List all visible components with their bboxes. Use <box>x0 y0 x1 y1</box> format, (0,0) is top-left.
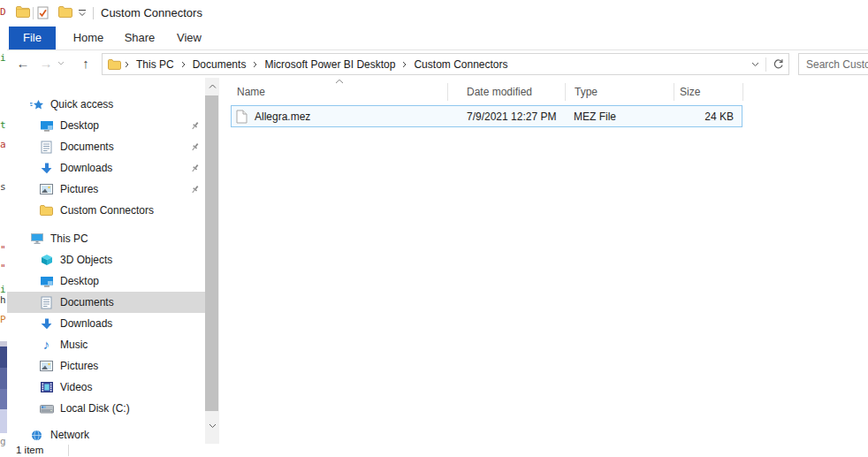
address-bar-divider <box>765 57 766 72</box>
documents-icon <box>39 296 54 309</box>
file-row-allegra-mez[interactable]: Allegra.mez 7/9/2021 12:27 PM MEZ File 2… <box>231 105 742 127</box>
breadcrumb-chevron-icon <box>249 61 261 68</box>
sidebar-item-network[interactable]: Network <box>7 424 205 444</box>
tab-share[interactable]: Share <box>115 27 164 50</box>
scrollbar-up-icon[interactable] <box>205 80 219 94</box>
sidebar-item-label: Pictures <box>60 360 98 372</box>
column-header-row: Name Date modified Type Size <box>230 80 743 101</box>
folder-icon <box>39 205 54 216</box>
background-text-fragment: " <box>0 245 6 255</box>
up-icon[interactable]: ↑ <box>76 54 95 73</box>
pin-icon <box>190 121 200 131</box>
file-size-cell: 24 KB <box>674 110 742 123</box>
ribbon-tab-bar: File Home Share View <box>7 27 868 50</box>
qat-customize-dropdown-icon[interactable] <box>78 9 87 18</box>
sidebar-item-label: Videos <box>60 381 92 393</box>
sidebar-section-gap <box>7 221 205 228</box>
status-bar: 1 item <box>7 444 868 457</box>
background-text-fragment: D <box>0 7 6 17</box>
breadcrumb-item-documents[interactable]: Documents <box>189 58 250 71</box>
navigation-bar: ← → ↑ This PC Documents Microsoft Power … <box>7 50 868 78</box>
sidebar-item-label: Quick access <box>50 98 113 110</box>
pin-icon <box>190 164 200 173</box>
address-bar-controls <box>747 54 788 74</box>
qat-properties-button[interactable] <box>37 6 49 19</box>
titlebar-separator <box>33 7 34 19</box>
desktop-icon <box>39 276 54 287</box>
column-header-date-modified[interactable]: Date modified <box>448 83 566 101</box>
pin-icon <box>190 185 200 194</box>
search-input[interactable]: Search Custom Connectors <box>798 53 868 75</box>
scrollbar-down-icon[interactable] <box>205 419 219 433</box>
sidebar-item-this-pc[interactable]: This PC <box>7 228 205 249</box>
sidebar-item-3d-objects[interactable]: 3D Objects <box>7 249 205 270</box>
sidebar-item-pictures-qa[interactable]: Pictures <box>7 179 205 200</box>
background-text-fragment: i <box>0 285 6 294</box>
breadcrumb-chevron-icon <box>121 61 133 68</box>
sidebar-item-label: Network <box>50 429 89 441</box>
file-list-pane: Name Date modified Type Size Allegra.mez… <box>225 78 868 444</box>
breadcrumb-item-power-bi-desktop[interactable]: Microsoft Power BI Desktop <box>261 58 399 71</box>
sidebar-item-label: Pictures <box>60 183 98 195</box>
sidebar-item-label: Custom Connectors <box>60 204 154 217</box>
sidebar-item-local-disk[interactable]: Local Disk (C:) <box>7 398 205 419</box>
sidebar-item-quick-access[interactable]: Quick access <box>7 94 205 115</box>
search-placeholder: Search Custom Connectors <box>806 58 868 71</box>
recent-locations-dropdown-icon[interactable] <box>57 57 70 70</box>
local-disk-icon <box>39 403 54 414</box>
back-icon[interactable]: ← <box>13 54 33 73</box>
refresh-icon[interactable] <box>768 54 788 74</box>
sidebar-item-videos[interactable]: Videos <box>7 377 205 398</box>
background-text-fragment: i <box>0 53 6 63</box>
breadcrumb-chevron-icon <box>178 61 189 68</box>
address-bar[interactable]: This PC Documents Microsoft Power BI Des… <box>102 53 789 75</box>
documents-icon <box>39 141 54 154</box>
background-text-fragment: P <box>0 315 6 324</box>
column-header-name[interactable]: Name <box>230 83 448 101</box>
pictures-icon <box>39 361 54 371</box>
breadcrumb-item-custom-connectors[interactable]: Custom Connectors <box>410 58 511 71</box>
window-folder-icon <box>16 6 30 18</box>
titlebar-separator <box>93 7 94 19</box>
sidebar-item-documents-qa[interactable]: Documents <box>7 136 205 157</box>
column-header-size[interactable]: Size <box>674 83 743 101</box>
sidebar-item-desktop-qa[interactable]: Desktop <box>7 115 205 136</box>
background-text-fragment: " <box>0 263 6 273</box>
music-icon: ♪ <box>39 339 54 351</box>
sidebar-item-music[interactable]: ♪ Music <box>7 334 205 355</box>
breadcrumb-chevron-icon <box>399 61 410 68</box>
sidebar-item-label: Downloads <box>60 162 112 174</box>
file-type-cell: MEZ File <box>565 110 674 123</box>
tab-home[interactable]: Home <box>64 27 113 50</box>
tab-view[interactable]: View <box>166 27 212 50</box>
file-explorer-window: Custom Connectors File Home Share View ←… <box>7 0 868 457</box>
forward-icon[interactable]: → <box>36 54 56 73</box>
breadcrumb-item-this-pc[interactable]: This PC <box>133 58 178 71</box>
sidebar-item-desktop[interactable]: Desktop <box>7 270 205 292</box>
sidebar-item-downloads-qa[interactable]: Downloads <box>7 157 205 179</box>
sidebar-item-label: 3D Objects <box>60 254 112 266</box>
status-bar-divider <box>68 445 69 456</box>
sidebar-item-label: Documents <box>60 141 114 153</box>
tab-file[interactable]: File <box>9 27 56 50</box>
address-history-dropdown-icon[interactable] <box>747 54 764 74</box>
sidebar-scrollbar[interactable] <box>205 78 219 444</box>
sidebar-item-label: This PC <box>50 232 88 245</box>
file-name-cell: Allegra.mez <box>232 110 447 124</box>
scrollbar-thumb[interactable] <box>205 95 218 411</box>
3d-objects-icon <box>39 254 54 266</box>
qat-new-folder-button[interactable] <box>58 6 72 18</box>
background-text-fragment: h <box>0 295 6 305</box>
sidebar-item-documents[interactable]: Documents <box>7 292 205 313</box>
file-icon <box>236 110 247 124</box>
file-date-modified-cell: 7/9/2021 12:27 PM <box>447 110 565 123</box>
sidebar-item-downloads[interactable]: Downloads <box>7 313 205 334</box>
sidebar-item-pictures[interactable]: Pictures <box>7 355 205 377</box>
sidebar-item-custom-connectors[interactable]: Custom Connectors <box>7 200 205 221</box>
column-header-type[interactable]: Type <box>566 83 674 101</box>
sidebar-item-label: Documents <box>60 296 114 308</box>
file-name: Allegra.mez <box>255 110 310 123</box>
address-folder-icon <box>108 59 121 70</box>
background-text-fragment: s <box>0 182 6 192</box>
desktop-icon <box>39 120 54 132</box>
